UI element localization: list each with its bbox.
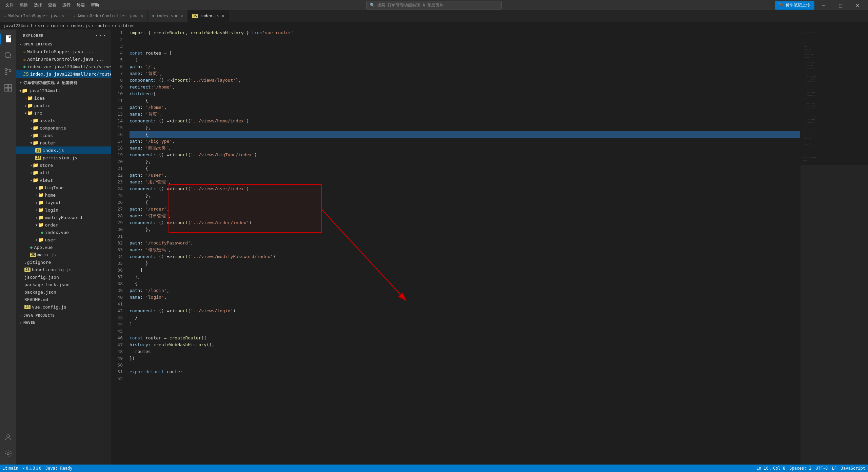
tab-close-icon-4[interactable]: × (221, 13, 224, 19)
tab-close-icon-2[interactable]: × (141, 13, 143, 19)
tab-adminordercontroller[interactable]: ☕ AdminOrderController.java × (69, 10, 148, 22)
tree-vueconfigjs[interactable]: JS vue.config.js (16, 303, 111, 311)
menu-select[interactable]: 选择 (31, 2, 45, 9)
folder-icon-login: 📁 (38, 207, 44, 213)
tree-idea[interactable]: › 📁 idea (16, 94, 111, 102)
spaces-status[interactable]: Spaces: 2 (789, 466, 811, 471)
tab-wxuserinfomapper[interactable]: ☕ WxUserInfoMapper.java × (0, 10, 69, 22)
tab-close-icon[interactable]: × (62, 13, 64, 19)
tree-store[interactable]: › 📁 store (16, 161, 111, 169)
extensions-icon[interactable] (0, 80, 16, 96)
tree-packagelockjson[interactable]: package-lock.json (16, 281, 111, 288)
errors-status[interactable]: ✕ 0 ⚠ 3 ℹ 0 (22, 466, 41, 471)
project-section[interactable]: ▾ 订单管理功能实现 A 配套资料 (16, 79, 111, 87)
tree-jsconfigjson[interactable]: jsconfig.json (16, 273, 111, 281)
chevron-down-icon: ▾ (20, 42, 22, 46)
chevron-right-icon-store: › (30, 163, 33, 168)
breadcrumb-part-2[interactable]: src (38, 23, 45, 28)
tree-home[interactable]: › 📁 home (16, 191, 111, 199)
line-ending-label: LF (832, 466, 836, 471)
account-icon[interactable] (0, 429, 16, 446)
tree-views[interactable]: ▾ 📁 views (16, 176, 111, 184)
vue-icon-app: ◆ (30, 244, 33, 250)
tree-assets[interactable]: › 📁 assets (16, 117, 111, 124)
line-col-status[interactable]: Ln 16, Col 8 (756, 466, 785, 471)
tree-gitignore[interactable]: .gitignore (16, 258, 111, 266)
tree-appvue[interactable]: ◆ App.vue (16, 243, 111, 251)
tree-order[interactable]: ▾ 📁 order (16, 221, 111, 229)
search-activity-icon[interactable] (0, 47, 16, 63)
tree-java1234mall[interactable]: ▾ 📁 java1234mall (16, 87, 111, 94)
minimize-button[interactable]: ─ (816, 0, 831, 10)
open-editors-section[interactable]: ▾ OPEN EDITORS (16, 41, 111, 48)
tree-public[interactable]: › 📁 public (16, 102, 111, 109)
tree-login[interactable]: › 📁 login (16, 206, 111, 214)
tab-index-vue[interactable]: ◆ index.vue × (148, 10, 188, 22)
editor-wrapper: 1234567891011121314151617181920212223242… (111, 29, 800, 465)
tree-bigtype[interactable]: › 📁 bigType (16, 184, 111, 191)
folder-icon-icons: 📁 (33, 133, 38, 138)
folder-icon-home: 📁 (38, 192, 44, 198)
tab-index-js[interactable]: JS index.js × (188, 10, 229, 22)
tree-modifypassword[interactable]: › 📁 modifyPassword (16, 214, 111, 221)
close-button[interactable]: ✕ (850, 0, 865, 10)
code-lines[interactable]: import { createRouter, createWebHashHist… (128, 29, 800, 465)
folder-label-java1234mall: java1234mall (29, 88, 61, 93)
menu-view[interactable]: 查看 (45, 2, 59, 9)
menu-run[interactable]: 运行 (60, 2, 73, 9)
tree-babelconfigjs[interactable]: JS babel.config.js (16, 266, 111, 273)
breadcrumb-part-3[interactable]: router (51, 23, 65, 28)
file-label-babelconfigjs: babel.config.js (32, 267, 72, 272)
java-projects-section[interactable]: › JAVA PROJECTS (16, 312, 111, 319)
tab-close-icon-3[interactable]: × (180, 13, 183, 19)
tree-permissionjs[interactable]: JS permission.js (16, 154, 111, 161)
tree-router[interactable]: ▾ 📁 router (16, 139, 111, 146)
breadcrumb-part-5[interactable]: routes (95, 23, 110, 28)
code-line (130, 375, 800, 382)
tree-src[interactable]: ▾ 📁 src (16, 109, 111, 117)
tree-user-folder[interactable]: › 📁 user (16, 236, 111, 243)
tree-readmemd[interactable]: README.md (16, 296, 111, 303)
java-status[interactable]: Java: Ready (45, 466, 72, 471)
folder-icon: 📁 (22, 88, 27, 93)
folder-icon-src: 📁 (27, 110, 33, 116)
maven-section[interactable]: › MAVEN (16, 319, 111, 326)
git-icon[interactable] (0, 63, 16, 80)
tree-order-indexvue[interactable]: ◆ index.vue (16, 229, 111, 236)
menu-file[interactable]: 文件 (3, 2, 16, 9)
open-file-wxuserinfomapper[interactable]: ☕ WxUserInfoMapper.java ... (16, 48, 111, 55)
tree-indexjs[interactable]: JS index.js (16, 146, 111, 154)
menu-edit[interactable]: 编辑 (17, 2, 31, 9)
menu-terminal[interactable]: 终端 (74, 2, 87, 9)
breadcrumb-part-4[interactable]: index.js (70, 23, 90, 28)
line-ending-status[interactable]: LF (832, 466, 836, 471)
menu-help[interactable]: 帮助 (88, 2, 102, 9)
language-status[interactable]: JavaScript (841, 466, 865, 471)
search-bar[interactable]: 🔍 搜索 订单管理功能实现 A 配套资料 (366, 1, 502, 9)
code-line: import { createRouter, createWebHashHist… (130, 29, 800, 36)
editor-content[interactable]: 1234567891011121314151617181920212223242… (111, 29, 800, 465)
explorer-icon[interactable] (0, 31, 16, 47)
encoding-status[interactable]: UTF-8 (815, 466, 828, 471)
source-control-status[interactable]: ⎇ main (3, 466, 18, 471)
settings-icon[interactable] (0, 446, 16, 462)
tree-mainjs[interactable]: JS main.js (16, 251, 111, 258)
tree-icons[interactable]: › 📁 icons (16, 132, 111, 139)
folder-icon-store: 📁 (33, 162, 38, 168)
tree-layout[interactable]: › 📁 layout (16, 199, 111, 206)
open-file-indexvue[interactable]: ◆ index.vue java1234mall/src/views... (16, 63, 111, 70)
tree-components[interactable]: › 📁 components (16, 124, 111, 132)
code-line: path: '/modifyPassword', (130, 240, 800, 247)
tree-util[interactable]: › 📁 util (16, 169, 111, 176)
open-file-indexjs[interactable]: JS index.js java1234mall/src/router (16, 70, 111, 78)
upload-button[interactable]: 🐂 稀牛笔记上传 (775, 1, 814, 10)
breadcrumb-part-1[interactable]: java1234mall (3, 23, 33, 28)
sidebar-dots-icon[interactable]: ··· (95, 32, 107, 39)
breadcrumb-part-6[interactable]: children (115, 23, 135, 28)
tree-packagejson[interactable]: package.json (16, 288, 111, 296)
code-line: component: () => import('../views/layout… (130, 77, 800, 84)
maximize-button[interactable]: □ (833, 0, 848, 10)
search-icon: 🔍 (370, 3, 375, 7)
open-file-adminordercontroller[interactable]: ☕ AdminOrderController.java ... (16, 55, 111, 63)
chevron-right-icon: › (24, 96, 27, 101)
